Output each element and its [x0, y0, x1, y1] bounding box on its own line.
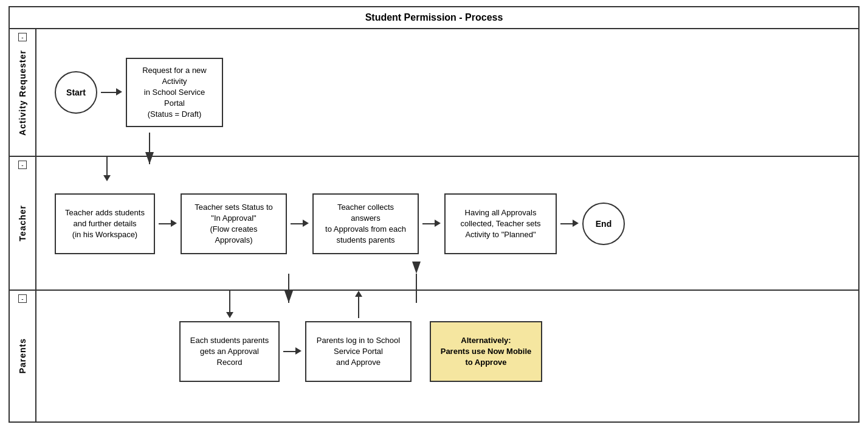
- arrow-start-to-request: [101, 88, 122, 97]
- end-node: End: [582, 203, 625, 245]
- collapse-btn-parents[interactable]: -: [18, 294, 27, 303]
- lane-label-teacher: Teacher: [18, 205, 27, 241]
- arrow-collects-to-planned: [422, 220, 441, 229]
- start-node: Start: [55, 71, 97, 114]
- lane-label-col-activity: - Activity Requester: [10, 29, 36, 156]
- arrow-approval-to-login: [283, 347, 301, 356]
- diagram-title: Student Permission - Process: [10, 7, 858, 29]
- lane-label-activity: Activity Requester: [18, 50, 27, 136]
- collapse-btn-teacher[interactable]: -: [18, 161, 27, 169]
- parents-login-node: Parents log in to School Service Portal …: [305, 321, 412, 382]
- teacher-sets-status-node: Teacher sets Status to "In Approval" (Fl…: [181, 193, 287, 254]
- lane1-content: Start Request for a new Activity in Scho…: [36, 29, 858, 156]
- alternatively-node: Alternatively: Parents use Now Mobile to…: [430, 321, 542, 382]
- diagram-wrapper: Student Permission - Process - Activity …: [9, 6, 859, 423]
- swimlane-parents: - Parents Each stu: [10, 291, 858, 421]
- lane-label-col-parents: - Parents: [10, 291, 36, 421]
- parent-approval-record-node: Each students parents gets an Approval R…: [179, 321, 280, 382]
- diagram-body: - Activity Requester Start Request for a…: [10, 29, 858, 421]
- arrow-planned-to-end: [560, 220, 579, 229]
- collapse-btn-activity[interactable]: -: [18, 33, 27, 41]
- arrow-status-to-collects: [291, 220, 309, 229]
- swimlane-teacher: - Teacher Teacher adds students a: [10, 157, 858, 291]
- arrow-teacher-adds-to-status: [159, 220, 177, 229]
- teacher-adds-node: Teacher adds students and further detail…: [55, 193, 155, 254]
- teacher-planned-node: Having all Approvals collected, Teacher …: [444, 193, 557, 254]
- lane-label-parents: Parents: [18, 338, 27, 373]
- swimlane-activity-requester: - Activity Requester Start Request for a…: [10, 29, 858, 157]
- activity-request-node: Request for a new Activity in School Ser…: [126, 58, 223, 128]
- lane-label-col-teacher: - Teacher: [10, 157, 36, 290]
- teacher-collects-node: Teacher collects answers to Approvals fr…: [312, 193, 419, 254]
